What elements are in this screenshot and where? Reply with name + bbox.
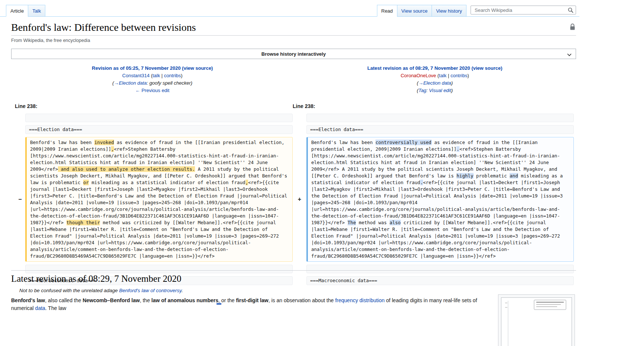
- link[interactable]: contribs: [164, 73, 181, 78]
- text-segment: ): [451, 80, 453, 86]
- diff-added-text: Benford's law has been controversially u…: [306, 137, 574, 262]
- text-segment: Benford's law: [11, 297, 45, 303]
- diff-change-highlight: .: [420, 180, 423, 185]
- text-segment: first-digit law: [236, 297, 269, 303]
- tab-view-source[interactable]: View source: [397, 5, 432, 17]
- latest-revision-section: Latest revision as of 08:29, 7 November …: [11, 270, 576, 312]
- site-subtitle: From Wikipedia, the free encyclopedia: [11, 38, 576, 43]
- link[interactable]: CoronaOneLove: [401, 73, 436, 78]
- article-lead-paragraph: Benford's law, also called the Newcomb–B…: [11, 297, 488, 312]
- new-revision-summary: (→Election data): [294, 79, 576, 87]
- old-revision-summary: (→Election data: goofy spell checker): [11, 79, 294, 87]
- diff-change-highlight: though their: [66, 220, 100, 225]
- tab-view-history[interactable]: View history: [432, 5, 466, 17]
- text-segment: , is an observation about the: [269, 297, 335, 303]
- link[interactable]: (view source): [471, 65, 502, 71]
- chevron-down-icon: [567, 52, 572, 58]
- benford-chart-image: [501, 297, 572, 346]
- tab-read[interactable]: Read: [377, 5, 397, 17]
- text-segment: |: [160, 73, 164, 78]
- view-tabs: Read View source View history: [377, 5, 466, 17]
- text-segment: (: [150, 73, 153, 78]
- hatnote: Not to be confused with the unrelated ad…: [19, 288, 576, 293]
- link[interactable]: talk: [153, 73, 160, 78]
- content-area: Benford's law: Difference between revisi…: [11, 17, 576, 285]
- link[interactable]: Tag: [419, 88, 426, 93]
- diff-line-headers: Line 238: Line 238:: [15, 103, 574, 109]
- text-segment: :: [426, 88, 429, 93]
- text-segment: , or the: [218, 297, 236, 303]
- diff-change-highlight: ,: [245, 180, 248, 185]
- search-box[interactable]: [471, 6, 576, 14]
- new-revision-header: Latest revision as of 08:29, 7 November …: [294, 65, 576, 94]
- text-segment: ): [181, 73, 182, 78]
- diff-change-highlight: and also used to analyze other election …: [58, 166, 195, 172]
- text-segment: Not to be confused with the unrelated ad…: [19, 288, 119, 293]
- text-segment: law of anomalous numbers: [152, 297, 218, 303]
- old-revision-user: Constant314 (talk | contribs): [11, 72, 294, 79]
- link[interactable]: Latest revision as of 08:29, 7 November …: [367, 65, 470, 71]
- link[interactable]: Benford's law of controversy: [119, 288, 182, 293]
- old-revision-date: Revision as of 05:25, 7 November 2020 (v…: [11, 65, 294, 72]
- link[interactable]: →Election data: [114, 80, 147, 86]
- benford-chart-thumbnail[interactable]: [498, 294, 575, 346]
- diff-deleted-marker: −: [15, 137, 25, 262]
- link[interactable]: Revision as of 05:25, 7 November 2020: [92, 65, 180, 71]
- browse-history-bar[interactable]: Browse history interactively: [11, 49, 576, 59]
- text-segment: : goofy spell checker): [147, 80, 192, 86]
- page-tabs: Article Talk: [6, 5, 45, 17]
- link[interactable]: contribs: [451, 73, 468, 78]
- clipped-text-fragment: [217, 303, 221, 305]
- browse-history-label: Browse history interactively: [261, 51, 326, 57]
- diff-change-highlight: The: [348, 220, 356, 225]
- link[interactable]: frequency distribution: [335, 297, 384, 303]
- link[interactable]: data: [35, 305, 45, 311]
- text-segment: <ref>{{cite journal |last1=Deckert |firs…: [30, 180, 287, 225]
- text-segment: <ref>{{cite journal |last1=Deckert |firs…: [311, 180, 563, 225]
- tab-view-source-label: View source: [401, 8, 428, 14]
- text-segment: ): [467, 73, 469, 78]
- link[interactable]: ← Previous edit: [135, 88, 169, 93]
- old-revision-header: Revision as of 05:25, 7 November 2020 (v…: [11, 65, 294, 94]
- text-segment: method was: [356, 220, 389, 225]
- link[interactable]: talk: [439, 73, 446, 78]
- tab-article-label: Article: [10, 8, 24, 14]
- new-revision-user: CoronaOneLove (talk | contribs): [294, 72, 576, 79]
- new-revision-date: Latest revision as of 08:29, 7 November …: [294, 65, 576, 72]
- diff-context-old: ===Election data===: [25, 125, 293, 134]
- link[interactable]: →Election data: [419, 80, 451, 86]
- line-header-old: Line 238:: [15, 103, 293, 109]
- diff-context-new: ===Election data===: [306, 125, 574, 134]
- diff-change-highlight: invoked: [94, 140, 114, 145]
- diff-row-empty-1: [15, 114, 574, 122]
- text-segment: criticized by [[Walter Mebane]].<ref>{{c…: [311, 220, 560, 259]
- diff-change-highlight: ,: [111, 146, 114, 152]
- link[interactable]: Constant314: [122, 73, 150, 78]
- text-segment: .: [182, 288, 183, 293]
- diff-change-highlight: also: [390, 220, 401, 225]
- top-navigation-bar: Article Talk Read View source View histo…: [0, 0, 579, 17]
- diff-row-change: − Benford's law has been invoked as evid…: [15, 137, 574, 262]
- page-protection-lock-icon: [570, 23, 575, 32]
- text-segment: problematic: [474, 173, 510, 179]
- diff-empty-line-new: [306, 114, 574, 122]
- text-segment: . The law: [45, 305, 66, 311]
- diff-deleted-text: Benford's law has been invoked as eviden…: [25, 137, 293, 262]
- diff-row-context-election: ===Election data=== ===Election data===: [15, 125, 574, 134]
- tab-talk[interactable]: Talk: [28, 5, 45, 17]
- diff-table: Line 238: Line 238: ===Election data=== …: [15, 103, 574, 285]
- text-segment: misleading as a statistical indicator of…: [89, 180, 245, 185]
- diff-empty-line-old: [25, 114, 293, 122]
- diff-change-highlight: .: [456, 146, 459, 152]
- text-segment: method was criticized by [[Walter Mebane…: [30, 220, 279, 259]
- search-icon[interactable]: [568, 7, 573, 13]
- search-input[interactable]: [474, 7, 568, 13]
- link[interactable]: Visual edit: [429, 88, 451, 93]
- previous-edit-link: ← Previous edit: [11, 87, 294, 94]
- tab-talk-label: Talk: [32, 8, 41, 14]
- revision-headers: Revision as of 05:25, 7 November 2020 (v…: [11, 65, 576, 94]
- diff-added-marker: +: [293, 137, 306, 262]
- link[interactable]: (view source): [182, 65, 213, 71]
- new-revision-tag: (Tag: Visual edit): [294, 87, 576, 94]
- tab-article[interactable]: Article: [6, 5, 28, 17]
